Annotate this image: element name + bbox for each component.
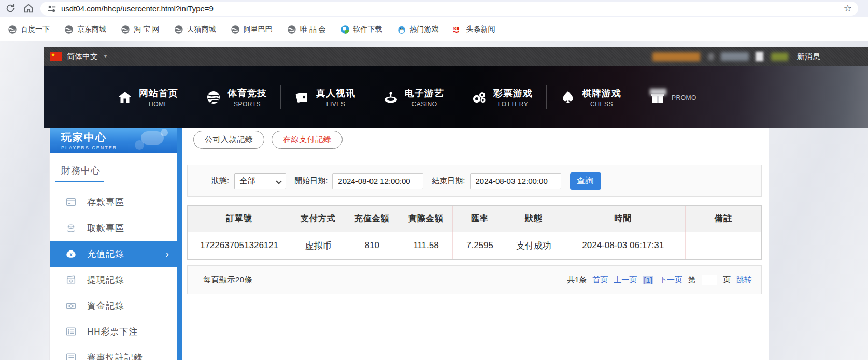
nav-item-home[interactable]: 网站首页HOME bbox=[104, 87, 192, 108]
bookmark-label: 软件下载 bbox=[353, 25, 382, 34]
sidebar-item-withdrawal-records[interactable]: 提現記錄 bbox=[50, 267, 177, 293]
start-date-label: 開始日期: bbox=[294, 176, 328, 186]
total-count: 共1条 bbox=[567, 275, 587, 285]
sidebar-item-withdraw[interactable]: 取款專區 bbox=[50, 215, 177, 241]
jump-button[interactable]: 跳转 bbox=[736, 275, 752, 285]
sidebar-item-hh-lottery-bets[interactable]: HH彩票下注 bbox=[50, 319, 177, 344]
bookmark-games[interactable]: 热门游戏 bbox=[397, 25, 439, 34]
col-remark: 備註 bbox=[685, 206, 761, 232]
deposit-card-icon bbox=[65, 196, 77, 208]
bookmark-baidu[interactable]: 百度一下 bbox=[8, 25, 50, 34]
col-recharge-amount: 充值金額 bbox=[345, 206, 399, 232]
language-selector[interactable]: ★ 简体中文 ▼ bbox=[50, 47, 108, 66]
sidebar-item-recharge-records[interactable]: ¥ 充值記錄 › bbox=[50, 241, 177, 267]
sidebar-item-label: HH彩票下注 bbox=[87, 326, 138, 338]
cash-icon bbox=[65, 300, 77, 311]
sidebar-item-funds-records[interactable]: 資金記錄 bbox=[50, 293, 177, 319]
col-order-no: 訂單號 bbox=[188, 206, 291, 232]
sidebar-item-deposit[interactable]: 存款專區 bbox=[50, 189, 177, 215]
status-select-value: 全部 bbox=[239, 176, 255, 186]
records-table: 訂單號 支付方式 充值金額 實際金額 匯率 狀態 時間 備註 172263705… bbox=[187, 205, 762, 260]
nav-label-zh: 彩票游戏 bbox=[493, 88, 533, 98]
jump-page-input[interactable] bbox=[702, 275, 717, 285]
prev-page-link[interactable]: 上一页 bbox=[614, 275, 637, 285]
nav-item-promo[interactable]: PROMO bbox=[635, 90, 710, 105]
sidebar-item-label: 存款專區 bbox=[87, 196, 124, 208]
bookmark-tmall[interactable]: 天猫商城 bbox=[174, 25, 216, 34]
pagination-bar: 每頁顯示20條 共1条 首页 上一页 [1] 下一页 第 页 跳转 bbox=[187, 265, 762, 294]
sidebar-section-title: 財務中心 bbox=[61, 164, 101, 177]
status-label: 狀態: bbox=[211, 176, 229, 186]
banknote-icon bbox=[65, 274, 77, 285]
col-rate: 匯率 bbox=[453, 206, 507, 232]
bookmarks-bar: 百度一下 京东商城 淘 宝 网 天猫商城 阿里巴巴 唯 品 会 软件下载 热门 bbox=[0, 17, 868, 41]
nav-item-chess[interactable]: 棋牌游戏CHESS bbox=[547, 87, 635, 108]
bookmark-star-icon[interactable]: ☆ bbox=[844, 3, 852, 14]
address-bar[interactable]: usdt04.com/hhcp/usercenter.html?iniType=… bbox=[40, 2, 858, 16]
new-message-link[interactable]: 新消息 bbox=[797, 52, 820, 62]
roulette-icon bbox=[383, 90, 399, 105]
sidebar-scrollbar[interactable] bbox=[177, 128, 182, 360]
cell-actual-amount: 111.58 bbox=[399, 232, 453, 260]
table-row: 1722637051326121 虚拟币 810 111.58 7.2595 支… bbox=[188, 232, 762, 260]
cell-recharge-amount: 810 bbox=[345, 232, 399, 260]
main-navigation: 网站首页HOME 体育竞技SPORTS 真人视讯LIVES 电子游艺CASINO bbox=[44, 66, 868, 128]
nav-label-zh: 网站首页 bbox=[139, 88, 178, 98]
bookmark-software[interactable]: 软件下载 bbox=[340, 25, 382, 34]
bookmark-alibaba[interactable]: 阿里巴巴 bbox=[231, 25, 273, 34]
nav-label-en: LOTTERY bbox=[493, 100, 533, 108]
list-icon bbox=[65, 326, 77, 337]
browser-home-icon[interactable] bbox=[23, 3, 34, 14]
browser-toolbar: usdt04.com/hhcp/usercenter.html?iniType=… bbox=[0, 0, 868, 17]
nav-item-lives[interactable]: 真人视讯LIVES bbox=[281, 87, 369, 108]
cell-remark bbox=[685, 232, 761, 260]
bookmark-taobao[interactable]: 淘 宝 网 bbox=[121, 25, 160, 34]
site-settings-icon[interactable] bbox=[47, 4, 56, 13]
decor-circle bbox=[135, 140, 144, 150]
globe-icon bbox=[231, 25, 240, 34]
tab-online-payment-records[interactable]: 在線支付記錄 bbox=[272, 131, 343, 149]
nav-item-lottery[interactable]: 彩票游戏LOTTERY bbox=[458, 87, 546, 108]
nav-item-sports[interactable]: 体育竞技SPORTS bbox=[192, 87, 280, 108]
start-date-input[interactable] bbox=[332, 173, 423, 189]
tab-company-deposit-records[interactable]: 公司入款記錄 bbox=[193, 131, 264, 149]
sidebar-item-label: 取款專區 bbox=[87, 222, 124, 234]
blurred-amount bbox=[771, 53, 788, 61]
bookmark-label: 京东商城 bbox=[77, 25, 106, 34]
china-flag-icon: ★ bbox=[50, 52, 62, 61]
url-text[interactable]: usdt04.com/hhcp/usercenter.html?iniType=… bbox=[61, 4, 214, 13]
bookmark-toutiao[interactable]: 头 头条新闻 bbox=[453, 25, 495, 34]
cell-order-no: 1722637051326121 bbox=[188, 232, 291, 260]
blurred-patch bbox=[650, 89, 666, 95]
bookmark-label: 唯 品 会 bbox=[300, 25, 326, 34]
next-page-link[interactable]: 下一页 bbox=[659, 275, 682, 285]
cell-status: 支付成功 bbox=[507, 232, 561, 260]
toutiao-icon: 头 bbox=[453, 25, 463, 34]
chevron-down-icon bbox=[276, 178, 282, 184]
globe-icon bbox=[287, 25, 296, 34]
blurred-balance bbox=[721, 52, 749, 61]
sidebar-item-label: 資金記錄 bbox=[87, 300, 124, 312]
nav-item-casino[interactable]: 电子游艺CASINO bbox=[369, 87, 458, 108]
software-download-icon bbox=[340, 25, 350, 34]
gift-icon bbox=[649, 90, 666, 105]
table-header-row: 訂單號 支付方式 充值金額 實際金額 匯率 狀態 時間 備註 bbox=[188, 206, 762, 232]
cell-time: 2024-08-03 06:17:31 bbox=[561, 232, 685, 260]
reload-icon[interactable] bbox=[5, 3, 17, 14]
search-button[interactable]: 查詢 bbox=[570, 172, 601, 190]
status-select[interactable]: 全部 bbox=[234, 173, 286, 189]
bookmark-jd[interactable]: 京东商城 bbox=[64, 25, 106, 34]
bookmark-label: 淘 宝 网 bbox=[134, 25, 160, 34]
nav-label-en: LIVES bbox=[316, 100, 355, 108]
nav-label-en: CASINO bbox=[405, 100, 444, 108]
money-bag-icon: ¥ bbox=[65, 248, 77, 260]
sidebar-item-bet-records[interactable]: 賽事投註記錄 bbox=[50, 344, 177, 360]
bookmark-vip[interactable]: 唯 品 会 bbox=[287, 25, 326, 34]
nav-label-zh: 真人视讯 bbox=[316, 88, 355, 98]
bookmark-label: 阿里巴巴 bbox=[244, 25, 273, 34]
chevron-right-icon: › bbox=[165, 249, 169, 259]
language-label: 简体中文 bbox=[67, 52, 98, 62]
first-page-link[interactable]: 首页 bbox=[592, 275, 608, 285]
end-date-input[interactable] bbox=[470, 173, 561, 189]
site-topbar: ★ 简体中文 ▼ 新消息 bbox=[44, 47, 868, 66]
